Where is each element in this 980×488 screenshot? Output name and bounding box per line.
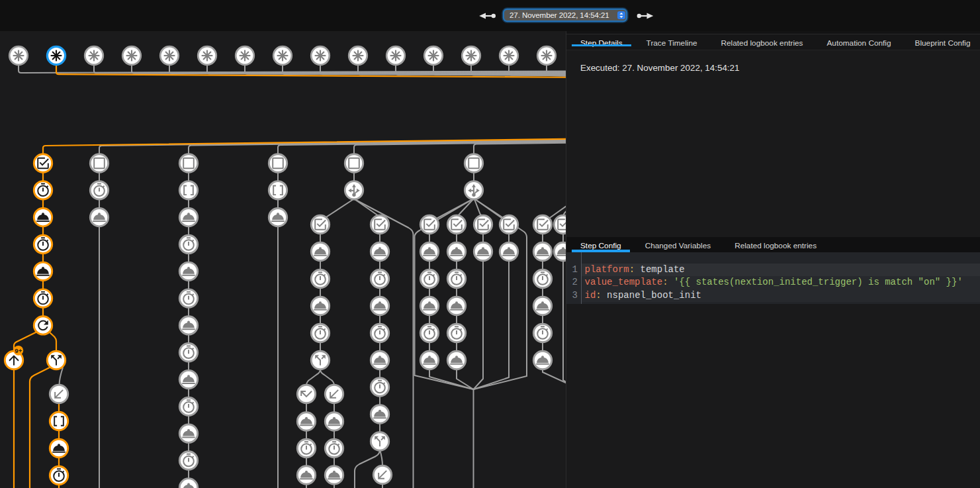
svg-text:9+: 9+: [15, 347, 22, 354]
